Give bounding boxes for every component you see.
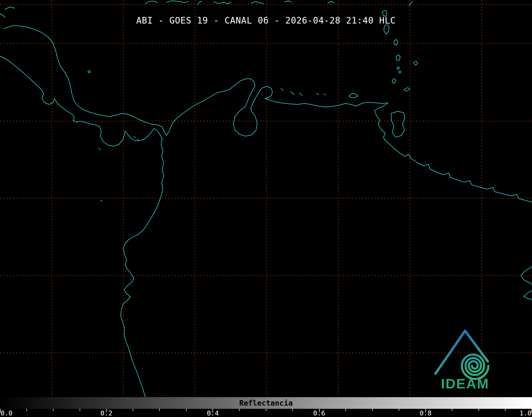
- colorbar-tick-label: 0.2: [101, 409, 112, 417]
- colorbar-tick: [345, 409, 346, 411]
- image-title: ABI - GOES 19 - CANAL 06 - 2026-04-28 21…: [0, 15, 532, 26]
- coastline-path: [88, 70, 90, 73]
- coastline-path: [285, 1, 291, 2]
- colorbar-tick: [159, 409, 160, 411]
- coastline-path: [404, 88, 410, 91]
- coastline-path: [328, 1, 334, 3]
- colorbar-tick: [372, 409, 373, 411]
- coastline-path: [409, 1, 413, 6]
- coastline-path: [251, 2, 263, 4]
- coastline-path: [137, 139, 139, 140]
- colorbar-tick: [186, 409, 187, 411]
- coastline-path: [281, 88, 283, 90]
- coastline-path: [324, 94, 326, 95]
- coastline-path: [399, 71, 401, 73]
- colorbar-tick: [26, 409, 27, 411]
- map-area: ABI - GOES 19 - CANAL 06 - 2026-04-28 21…: [0, 0, 532, 397]
- colorbar-tick: [133, 409, 133, 411]
- colorbar-tick-label: 0.6: [313, 409, 325, 417]
- coastline-path: [413, 61, 418, 65]
- coastline-path: [299, 93, 302, 95]
- coastline-path: [397, 67, 399, 70]
- colorbar-tick-label: 1.0: [520, 409, 531, 417]
- coastline-path: [394, 39, 398, 45]
- satellite-image-product: ABI - GOES 19 - CANAL 06 - 2026-04-28 21…: [0, 0, 532, 417]
- colorbar-tick-label: 0.4: [207, 409, 219, 417]
- colorbar-label: Reflectancia: [239, 399, 293, 407]
- ideam-logo: IDEAM: [431, 327, 499, 391]
- logo-text: IDEAM: [441, 376, 489, 391]
- coastline-path: [0, 56, 164, 397]
- colorbar-tick-label: 0.0: [1, 409, 12, 417]
- colorbar-tick: [479, 409, 479, 411]
- coastline-path: [134, 136, 135, 138]
- coastline-path: [101, 200, 102, 201]
- coastline-path: [290, 91, 294, 94]
- colorbar-axis: 0.00.20.40.60.81.0: [0, 409, 532, 417]
- colorbar-tick: [266, 409, 266, 411]
- colorbar-tick: [53, 409, 53, 411]
- colorbar-tick-label: 0.8: [420, 409, 431, 417]
- coastline-path: [384, 25, 389, 34]
- colorbar: Reflectancia: [0, 397, 532, 409]
- colorbar-tick: [239, 409, 240, 411]
- coastline-path: [391, 111, 405, 137]
- coastline-path: [98, 148, 101, 150]
- coastline-path: [316, 93, 319, 94]
- coastline-path: [213, 2, 230, 4]
- colorbar-tick: [80, 409, 80, 411]
- coastline-path: [349, 93, 358, 98]
- coastline-path: [4, 25, 532, 202]
- coastline-path: [392, 79, 396, 83]
- coastline-path: [524, 291, 532, 300]
- colorbar-tick: [399, 409, 399, 411]
- colorbar-tick: [505, 409, 506, 411]
- colorbar-tick: [452, 409, 452, 411]
- coastline-path: [5, 7, 15, 10]
- coastline-path: [396, 55, 400, 61]
- coastline-path: [166, 1, 188, 3]
- colorbar-tick: [292, 409, 293, 411]
- coastline-path: [145, 1, 158, 4]
